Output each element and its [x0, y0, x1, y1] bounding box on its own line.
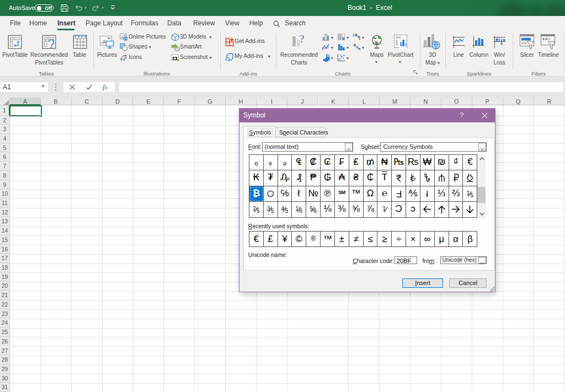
svg-text:?: ?: [300, 34, 304, 45]
